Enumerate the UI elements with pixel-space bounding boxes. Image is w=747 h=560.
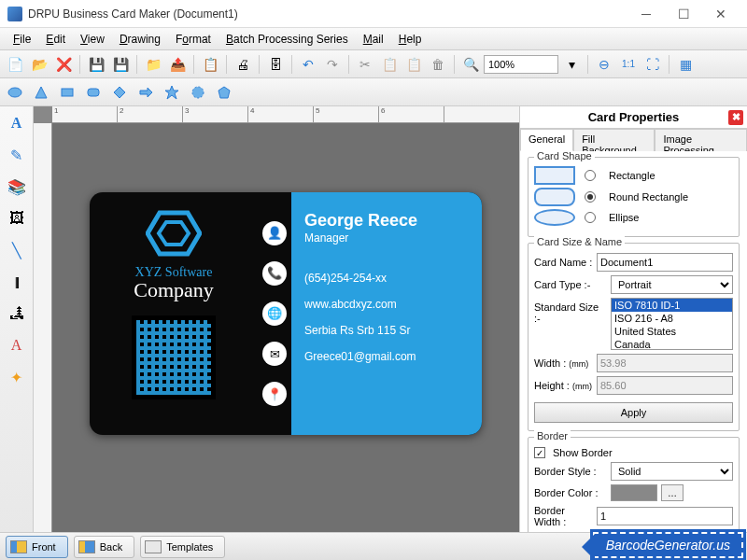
burst-shape-button[interactable] bbox=[187, 81, 209, 104]
minimize-button[interactable]: ─ bbox=[627, 1, 665, 27]
border-width-input[interactable] bbox=[597, 507, 733, 525]
actual-size-button[interactable]: 1:1 bbox=[617, 53, 640, 76]
show-border-checkbox[interactable]: ✓ bbox=[534, 447, 545, 458]
border-color-picker-button[interactable]: … bbox=[661, 484, 684, 501]
menu-mail[interactable]: Mail bbox=[356, 31, 391, 48]
menu-help[interactable]: Help bbox=[391, 31, 430, 48]
front-tab[interactable]: Front bbox=[6, 536, 68, 558]
cut-button[interactable]: ✂ bbox=[354, 53, 376, 76]
menu-edit[interactable]: Edit bbox=[38, 31, 73, 48]
std-option[interactable]: ISO 216 - A8 bbox=[612, 312, 732, 325]
export-button[interactable]: 📤 bbox=[166, 53, 189, 76]
contact-website[interactable]: www.abcdxyz.com bbox=[304, 298, 469, 311]
border-color-swatch[interactable] bbox=[611, 484, 657, 501]
textfx-tool-button[interactable]: A bbox=[4, 332, 30, 358]
undo-button[interactable]: ↶ bbox=[297, 53, 319, 76]
rect-shape-button[interactable] bbox=[56, 81, 78, 104]
triangle-shape-button[interactable] bbox=[30, 81, 52, 104]
border-style-select[interactable]: Solid bbox=[611, 462, 733, 481]
back-tab[interactable]: Back bbox=[74, 536, 134, 558]
zoom-dropdown[interactable]: ▾ bbox=[560, 53, 583, 76]
contact-email[interactable]: Greece01@gmail.com bbox=[304, 350, 469, 363]
contact-address[interactable]: Serbia Rs Srb 115 Sr bbox=[304, 324, 469, 337]
svg-marker-5 bbox=[140, 88, 152, 97]
card-type-select[interactable]: Portrait bbox=[611, 275, 733, 294]
main-toolbar: 📄 📂 ❌ 💾 💾 📁 📤 📋 🖨 🗄 ↶ ↷ ✂ 📋 📋 🗑 🔍 ▾ ⊖ 1:… bbox=[0, 50, 747, 78]
standard-size-listbox[interactable]: ISO 7810 ID-1 ISO 216 - A8 United States… bbox=[611, 298, 733, 350]
menu-file[interactable]: File bbox=[6, 31, 38, 48]
picture-tool-button[interactable]: 🏞 bbox=[4, 301, 30, 327]
templates-tab[interactable]: Templates bbox=[140, 536, 225, 558]
roundrect-shape-button[interactable] bbox=[82, 81, 105, 104]
image-tool-button[interactable]: 🖼 bbox=[4, 205, 30, 231]
properties-close-button[interactable]: ✖ bbox=[728, 110, 743, 125]
menu-format[interactable]: Format bbox=[168, 31, 218, 48]
polygon-shape-button[interactable] bbox=[213, 81, 235, 104]
std-option[interactable]: Canada bbox=[612, 338, 732, 350]
contact-role[interactable]: Manager bbox=[304, 231, 469, 245]
ruler-mark: 3 bbox=[183, 106, 248, 122]
close-doc-button[interactable]: ❌ bbox=[52, 53, 75, 76]
zoom-input[interactable] bbox=[484, 55, 558, 74]
plugin-tool-button[interactable]: ✦ bbox=[4, 364, 30, 390]
tab-image-processing[interactable]: Image Processing bbox=[655, 129, 747, 151]
signature-tool-button[interactable]: ✎ bbox=[4, 142, 30, 168]
delete-button[interactable]: 🗑 bbox=[427, 53, 449, 76]
card-shape-group: Card Shape Rectangle Round Rectangle Ell… bbox=[528, 157, 740, 237]
menu-batch[interactable]: Batch Processing Series bbox=[218, 31, 356, 48]
close-button[interactable]: ✕ bbox=[702, 1, 740, 27]
diamond-shape-button[interactable] bbox=[108, 81, 131, 104]
print-button[interactable]: 🖨 bbox=[232, 53, 254, 76]
open-button[interactable]: 📂 bbox=[28, 53, 50, 76]
import-button[interactable]: 📁 bbox=[142, 53, 164, 76]
menu-view[interactable]: View bbox=[73, 31, 112, 48]
paste-button[interactable]: 📋 bbox=[402, 53, 425, 76]
redo-button[interactable]: ↷ bbox=[321, 53, 344, 76]
vertical-ruler bbox=[34, 123, 52, 532]
star-shape-button[interactable] bbox=[161, 81, 183, 104]
back-icon bbox=[78, 540, 95, 553]
contact-name[interactable]: George Reece bbox=[304, 211, 469, 231]
round-rect-radio[interactable] bbox=[585, 191, 596, 203]
company-name-bottom[interactable]: Company bbox=[134, 278, 214, 302]
arrow-shape-button[interactable] bbox=[134, 81, 157, 104]
svg-marker-6 bbox=[165, 86, 178, 99]
tab-general[interactable]: General bbox=[520, 129, 573, 151]
std-option[interactable]: ISO 7810 ID-1 bbox=[612, 299, 732, 312]
qr-code[interactable] bbox=[132, 315, 216, 399]
hexagon-logo-icon[interactable] bbox=[146, 209, 202, 258]
rectangle-radio[interactable] bbox=[585, 170, 596, 181]
std-option[interactable]: United States bbox=[612, 325, 732, 338]
zoom-in-button[interactable]: 🔍 bbox=[459, 53, 482, 76]
zoom-out-button[interactable]: ⊖ bbox=[593, 53, 615, 76]
ellipse-thumb[interactable] bbox=[534, 209, 575, 226]
line-tool-button[interactable]: ╲ bbox=[4, 237, 30, 263]
fit-button[interactable]: ⛶ bbox=[641, 53, 664, 76]
database-button[interactable]: 🗄 bbox=[264, 53, 287, 76]
contact-phone[interactable]: (654)254-254-xx bbox=[304, 272, 469, 285]
ellipse-shape-button[interactable] bbox=[4, 81, 26, 104]
text-tool-button[interactable]: A bbox=[4, 110, 30, 136]
canvas-area: 123456 XYZ Software Company 👤 📞 🌐 ✉ bbox=[34, 106, 519, 532]
ruler-mark: 2 bbox=[118, 106, 183, 122]
tab-fill-background[interactable]: Fill Background bbox=[573, 129, 655, 151]
rectangle-thumb[interactable] bbox=[534, 166, 575, 185]
card-name-input[interactable] bbox=[597, 253, 733, 272]
new-button[interactable]: 📄 bbox=[4, 53, 26, 76]
save-button[interactable]: 💾 bbox=[85, 53, 107, 76]
saveas-button[interactable]: 💾 bbox=[109, 53, 132, 76]
business-card[interactable]: XYZ Software Company 👤 📞 🌐 ✉ 📍 George Re… bbox=[90, 192, 482, 435]
library-tool-button[interactable]: 📚 bbox=[4, 174, 30, 200]
card-size-group: Card Size & Name Card Name : Card Type :… bbox=[528, 243, 740, 431]
copy-button[interactable]: 📋 bbox=[378, 53, 401, 76]
canvas[interactable]: XYZ Software Company 👤 📞 🌐 ✉ 📍 George Re… bbox=[52, 123, 519, 532]
grid-button[interactable]: ▦ bbox=[674, 53, 697, 76]
barcode-tool-button[interactable]: ||| bbox=[4, 269, 30, 295]
maximize-button[interactable]: ☐ bbox=[665, 1, 702, 27]
menu-drawing[interactable]: Drawing bbox=[112, 31, 168, 48]
round-rect-thumb[interactable] bbox=[534, 188, 575, 206]
ellipse-radio[interactable] bbox=[585, 212, 596, 223]
ruler-mark: 5 bbox=[314, 106, 379, 122]
doc-button[interactable]: 📋 bbox=[199, 53, 221, 76]
apply-button[interactable]: Apply bbox=[534, 402, 733, 423]
